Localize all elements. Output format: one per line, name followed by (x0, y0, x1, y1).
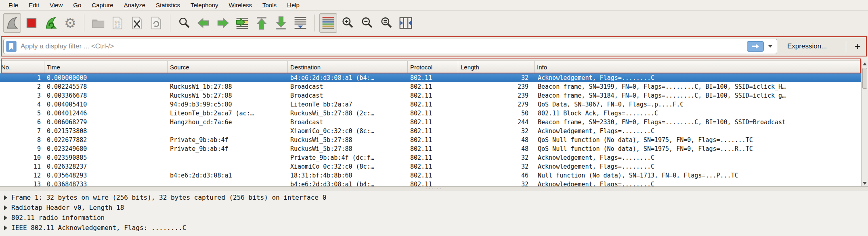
restart-capture-button[interactable] (42, 13, 60, 33)
menu-item-edit[interactable]: Edit (23, 1, 44, 9)
packet-row[interactable]: 8 0.022677882 Private_9b:ab:4f RuckusWi_… (0, 136, 861, 144)
save-file-button[interactable]: 0101 0110 0011 (109, 13, 126, 33)
stop-capture-button[interactable] (23, 13, 40, 33)
column-header-no[interactable]: No. (0, 61, 44, 73)
column-header-protocol[interactable]: Protocol (408, 61, 458, 73)
column-header-length[interactable]: Length (458, 61, 535, 73)
go-last-packet-icon (275, 16, 287, 30)
filter-dropdown-caret[interactable] (766, 41, 774, 52)
expand-triangle-icon[interactable] (4, 226, 7, 230)
packet-row[interactable]: 10 0.023590885 Private_9b:ab:4f (dc:f… 8… (0, 153, 861, 162)
menu-item-capture[interactable]: Capture (86, 1, 118, 9)
filter-bookmark-icon[interactable] (5, 40, 17, 52)
packet-info: QoS Null function (No data), SN=1975, FN… (535, 144, 861, 153)
packet-source: LiteonTe_bb:2a:a7 (ac:… (168, 109, 288, 118)
capture-options-button[interactable]: ⚙ (61, 13, 79, 33)
packet-destination: Private_9b:ab:4f (dc:f… (288, 153, 408, 162)
packet-protocol: 802.11 (408, 82, 458, 91)
column-header-source[interactable]: Source (168, 61, 288, 73)
packet-info: Acknowledgement, Flags=........C (535, 153, 861, 162)
go-to-packet-button[interactable] (233, 13, 251, 33)
menu-item-go[interactable]: Go (68, 1, 86, 9)
column-header-destination[interactable]: Destination (288, 61, 408, 73)
packet-length: 32 (458, 73, 535, 82)
zoom-out-button[interactable] (358, 13, 376, 33)
packet-row[interactable]: 3 0.003366678 RuckusWi_5b:27:88 Broadcas… (0, 91, 861, 100)
packet-no: 3 (0, 91, 44, 100)
packet-length: 46 (458, 171, 535, 180)
add-filter-button[interactable]: + (850, 39, 865, 54)
go-last-packet-button[interactable] (272, 13, 290, 33)
packet-row[interactable]: 2 0.002245578 RuckusWi_1b:27:88 Broadcas… (0, 82, 861, 91)
packet-length: 32 (458, 127, 535, 136)
start-capture-button[interactable] (3, 13, 21, 33)
packet-no: 10 (0, 153, 44, 162)
menu-item-statistics[interactable]: Statistics (151, 1, 185, 9)
packet-length: 32 (458, 180, 535, 186)
menu-item-telephony[interactable]: Telephony (185, 1, 223, 9)
go-first-packet-button[interactable] (253, 13, 270, 33)
auto-scroll-button[interactable] (291, 13, 309, 33)
menu-item-tools[interactable]: Tools (257, 1, 282, 9)
toolbar-separator (170, 15, 170, 31)
detail-tree-item[interactable]: Radiotap Header v0, Length 18 (0, 203, 868, 213)
detail-tree-item[interactable]: Frame 1: 32 bytes on wire (256 bits), 32… (0, 192, 868, 203)
zoom-in-button[interactable] (339, 13, 356, 33)
menu-item-analyze[interactable]: Analyze (119, 1, 151, 9)
scrollbar-track[interactable] (862, 67, 868, 180)
packet-row[interactable]: 6 0.006068279 Hangzhou_cd:7a:6e Broadcas… (0, 118, 861, 127)
packet-length: 279 (458, 100, 535, 109)
colorize-button[interactable] (319, 13, 337, 33)
detail-tree-item[interactable]: IEEE 802.11 Acknowledgement, Flags: ....… (0, 223, 868, 233)
packet-row[interactable]: 1 0.000000000 b4:e6:2d:d3:08:a1 (b4:… 80… (0, 73, 861, 82)
packet-no: 8 (0, 136, 44, 144)
packet-info: Beacon frame, SN=3184, FN=0, Flags=.....… (535, 91, 861, 100)
zoom-reset-button[interactable] (377, 13, 395, 33)
resize-columns-button[interactable] (397, 13, 415, 33)
menu-item-file[interactable]: File (3, 1, 23, 9)
go-back-icon (197, 17, 210, 29)
packet-source: 94:d9:b3:99:c5:80 (168, 100, 288, 109)
main-toolbar: ⚙ 0101 0110 0011 (0, 11, 868, 35)
detail-tree-item[interactable]: 802.11 radio information (0, 213, 868, 223)
find-packet-button[interactable] (175, 13, 193, 33)
expression-button[interactable]: Expression... (783, 39, 831, 54)
packet-no: 13 (0, 180, 44, 186)
go-forward-icon (216, 17, 230, 29)
scroll-up-button[interactable] (862, 61, 868, 67)
pane-splitter[interactable]: ······ (0, 186, 868, 190)
packet-row[interactable]: 11 0.026328237 XiaomiCo_0c:32:c0 (8c:… 8… (0, 162, 861, 171)
packet-no: 1 (0, 73, 44, 82)
reload-file-button[interactable] (147, 13, 165, 33)
column-header-info[interactable]: Info (535, 61, 861, 73)
svg-text:0011: 0011 (115, 26, 121, 29)
menu-item-wireless[interactable]: Wireless (224, 1, 258, 9)
go-forward-button[interactable] (214, 13, 232, 33)
go-back-button[interactable] (195, 13, 212, 33)
close-file-button[interactable] (128, 13, 146, 33)
packet-time: 0.026328237 (44, 162, 168, 171)
zoom-in-icon (341, 17, 354, 29)
open-file-button[interactable] (89, 13, 107, 33)
packet-row[interactable]: 7 0.021573808 XiaomiCo_0c:32:c0 (8c:… 80… (0, 127, 861, 136)
packet-row[interactable]: 9 0.023249680 Private_9b:ab:4f RuckusWi_… (0, 144, 861, 153)
display-filter-input[interactable]: Apply a display filter ... <Ctrl-/> (3, 39, 777, 54)
packet-source (168, 127, 288, 136)
packet-row[interactable]: 4 0.004005410 94:d9:b3:99:c5:80 LiteonTe… (0, 100, 861, 109)
expand-triangle-icon[interactable] (4, 215, 7, 220)
packet-time: 0.035648293 (44, 171, 168, 180)
packet-source: RuckusWi_1b:27:88 (168, 82, 288, 91)
apply-filter-button[interactable] (747, 41, 764, 52)
packet-info: Acknowledgement, Flags=........C (535, 162, 861, 171)
menu-item-help[interactable]: Help (282, 1, 305, 9)
packet-row[interactable]: 5 0.004012446 LiteonTe_bb:2a:a7 (ac:… Ru… (0, 109, 861, 118)
scrollbar-thumb[interactable] (862, 68, 867, 89)
expand-triangle-icon[interactable] (4, 205, 7, 210)
column-header-time[interactable]: Time (44, 61, 168, 73)
expand-triangle-icon[interactable] (4, 195, 7, 200)
packet-no: 7 (0, 127, 44, 136)
scroll-down-button[interactable] (862, 180, 868, 186)
packet-protocol: 802.11 (408, 171, 458, 180)
menu-item-view[interactable]: View (44, 1, 68, 9)
packet-row[interactable]: 12 0.035648293 b4:e6:2d:d3:08:a1 18:31:b… (0, 171, 861, 180)
